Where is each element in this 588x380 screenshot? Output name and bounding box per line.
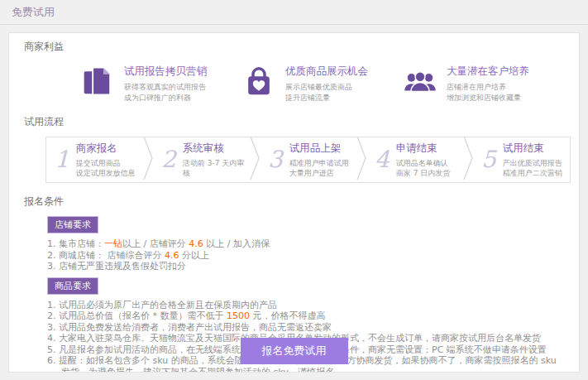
step-line: 提交试用商品 xyxy=(76,158,136,168)
step-number: 2 xyxy=(161,148,176,171)
benefit-line: 成为口碑推广的利器 xyxy=(124,93,207,103)
benefits-row: 试用报告拷贝营销 获得客观真实的试用报告 成为口碑推广的利器 优质商品展示机会 … xyxy=(80,64,579,103)
step-title: 系统审核 xyxy=(183,142,250,156)
step-trial-end: 5 试用结束 产出优质试用报告 精准用户二次营销 xyxy=(473,137,570,182)
step-merchant-signup: 1 商家报名 提交试用商品 设定试用发放信息 xyxy=(46,137,143,182)
benefit-line: 获得客观真实的试用报告 xyxy=(124,82,207,93)
benefit-title: 大量潜在客户培养 xyxy=(447,65,529,79)
rule-highlight: 4.6 xyxy=(165,250,179,261)
step-line: 精准用户二次营销 xyxy=(503,168,562,178)
rule-highlight: 1500 xyxy=(227,310,250,321)
product-rule: 1. 试用品必须为原厂出产的合格全新且在保质期内的产品 xyxy=(47,300,567,311)
cta-container: 报名免费试用 xyxy=(9,338,579,364)
chevron-right-icon xyxy=(463,136,473,184)
chevron-right-icon xyxy=(250,136,260,184)
step-title: 申请结束 xyxy=(396,142,450,156)
step-line: 活动前 3-7 天内审核 xyxy=(183,158,250,178)
rule-text: 3. 店铺无严重违规及售假处罚扣分 xyxy=(47,261,186,272)
benefit-title: 试用报告拷贝营销 xyxy=(124,65,207,79)
step-number: 1 xyxy=(55,148,69,171)
step-line: 大量用户进店 xyxy=(289,168,349,178)
main-panel: 商家利益 试用报告拷贝营销 获得客观真实的试用报告 成为口碑推广的利器 xyxy=(8,32,580,373)
benefit-line: 展示店铺最优质商品 xyxy=(285,82,368,93)
process-steps: 1 商家报名 提交试用商品 设定试用发放信息 2 系统审核 活动前 3-7 天内… xyxy=(45,137,571,183)
step-application-end: 4 申请结束 试用品名单确认 商家 7 日内发货 xyxy=(366,137,463,182)
rule-text: 1. 试用品必须为原厂出产的合格全新且在保质期内的产品 xyxy=(47,300,277,310)
shop-rule: 2. 商城店铺： 店铺综合评分 4.6 分以上 xyxy=(47,250,567,262)
product-rule: 3. 试用品免费发送给消费者，消费者产出试用报告，商品无需返还卖家 xyxy=(47,322,567,334)
rule-text: 以上 / 加入消保 xyxy=(203,238,270,249)
chevron-right-icon xyxy=(356,136,366,184)
benefits-heading: 商家利益 xyxy=(24,40,579,54)
signup-free-trial-button[interactable]: 报名免费试用 xyxy=(241,338,348,364)
benefit-product-showcase: 优质商品展示机会 展示店铺最优质商品 提升店铺流量 xyxy=(241,64,368,103)
rule-text: 元，价格不得虚高 xyxy=(250,310,326,321)
benefit-report-copy: 试用报告拷贝营销 获得客观真实的试用报告 成为口碑推广的利器 xyxy=(80,64,207,103)
benefit-line: 增加浏览和店铺收藏量 xyxy=(447,93,529,103)
benefit-customer-growth: 大量潜在客户培养 店铺潜在用户培养 增加浏览和店铺收藏量 xyxy=(403,64,529,103)
conditions-heading: 报名条件 xyxy=(24,195,579,209)
step-title: 试用品上架 xyxy=(289,142,349,156)
shop-rule: 1. 集市店铺：一钻以上 / 店铺评分 4.6 以上 / 加入消保 xyxy=(47,238,567,250)
step-number: 3 xyxy=(268,148,283,171)
step-trial-item-listed: 3 试用品上架 精准用户申请试用 大量用户进店 xyxy=(260,137,356,182)
rule-text: 1. 集市店铺： xyxy=(47,238,104,249)
benefit-title: 优质商品展示机会 xyxy=(285,65,368,79)
rule-text: 3. 试用品免费发送给消费者，消费者产出试用报告，商品无需返还卖家 xyxy=(47,322,332,333)
page-title: 免费试用 xyxy=(0,0,588,25)
rule-text: 分以上 xyxy=(179,250,210,261)
product-requirements-badge: 商品要求 xyxy=(47,277,98,295)
people-group-icon xyxy=(403,64,437,99)
shop-requirements-badge: 店铺要求 xyxy=(47,216,98,233)
copy-report-icon xyxy=(80,64,115,99)
shop-rule: 3. 店铺无严重违规及售假处罚扣分 xyxy=(47,261,567,272)
shop-rules-list: 1. 集市店铺：一钻以上 / 店铺评分 4.6 以上 / 加入消保 2. 商城店… xyxy=(47,238,567,272)
product-rule: 2. 试用品总价值（报名价 * 数量）需不低于 1500 元，价格不得虚高 xyxy=(47,310,567,322)
chevron-right-icon xyxy=(143,136,153,184)
rule-text: 2. 商城店铺： 店铺综合评分 xyxy=(47,250,165,261)
step-line: 试用品名单确认 xyxy=(396,158,450,168)
step-number: 4 xyxy=(375,148,390,171)
step-system-review: 2 系统审核 活动前 3-7 天内审核 xyxy=(153,137,250,182)
rule-highlight: 一钻 xyxy=(104,238,122,249)
process-heading: 试用流程 xyxy=(24,115,579,129)
step-title: 试用结束 xyxy=(503,142,562,156)
step-line: 精准用户申请试用 xyxy=(289,158,349,168)
step-title: 商家报名 xyxy=(76,142,136,156)
benefit-line: 店铺潜在用户培养 xyxy=(447,82,529,93)
step-number: 5 xyxy=(481,148,496,171)
step-line: 商家 7 日内发货 xyxy=(396,168,450,178)
step-line: 设定试用发放信息 xyxy=(76,168,136,178)
step-line: 产出优质试用报告 xyxy=(503,158,562,168)
bag-heart-icon xyxy=(241,64,276,99)
benefit-line: 提升店铺流量 xyxy=(285,93,368,103)
rule-text: 2. 试用品总价值（报名价 * 数量）需不低于 xyxy=(47,310,227,321)
rule-highlight: 4.6 xyxy=(189,238,203,249)
rule-text: 以上 / 店铺评分 xyxy=(122,238,189,249)
